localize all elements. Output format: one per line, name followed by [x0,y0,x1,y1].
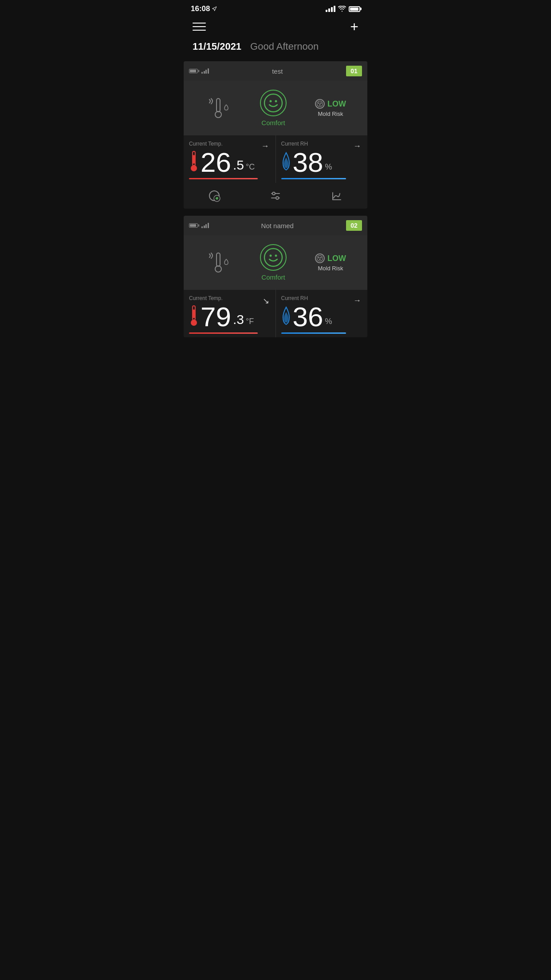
rh-icon [281,150,291,174]
comfort-section: Comfort LOW Mold Risk [184,81,367,135]
rh-icon [281,305,291,328]
readings-section: Current Temp. ↘ 79 .3 °F Current RH [184,290,367,337]
svg-point-18 [272,192,275,195]
temp-arrow: ↘ [263,296,269,306]
svg-point-26 [318,257,319,258]
svg-point-23 [270,255,272,257]
temp-label: Current Temp. [189,141,270,147]
svg-point-27 [320,257,322,258]
status-bar: 16:08 [184,0,367,16]
svg-point-4 [270,100,272,103]
svg-point-22 [264,249,282,266]
comfort-center: Comfort [260,90,287,126]
device-name: test [209,67,346,75]
wifi-icon [338,6,346,12]
temp-unit: °F [246,317,254,326]
svg-rect-1 [216,99,220,112]
svg-point-6 [317,101,323,107]
temp-icon [189,305,199,328]
bottom-icons [184,183,367,209]
status-time: 16:08 [191,4,217,13]
rh-value-row: 38 % [281,149,362,176]
rh-arrow: → [353,296,361,305]
temp-big: 26 [201,149,231,176]
comfort-center: Comfort [260,244,287,281]
rh-panel[interactable]: Current RH → 38 % [276,135,368,183]
device-header-1: test 01 [184,61,367,81]
svg-point-12 [191,165,197,171]
rh-label: Current RH [281,295,362,301]
location-icon [212,6,217,12]
rh-label: Current RH [281,141,362,147]
mini-signal-icon [201,223,209,228]
mold-icon [315,99,325,109]
comfort-section: Comfort LOW Mold Risk [184,235,367,290]
temp-label: Current Temp. [189,295,270,301]
svg-rect-11 [193,155,195,164]
device-header-2: Not named 02 [184,216,367,235]
temp-value-row: 79 .3 °F [189,303,270,331]
cards-container: test 01 [184,61,367,337]
svg-point-2 [215,111,221,118]
svg-rect-30 [193,309,195,318]
top-nav: + [184,16,367,41]
mold-risk-level: LOW [327,99,346,109]
device-status-icons [189,223,209,228]
temp-arrow: → [261,142,269,151]
device-card-1: test 01 [184,61,367,209]
signal-icon [326,6,335,12]
menu-button[interactable] [193,23,206,31]
header-date: 11/15/2021 [193,41,241,52]
rh-bar [281,178,346,179]
device-card-2: Not named 02 [184,216,367,337]
status-icons [326,6,360,12]
rh-unit: % [325,162,332,172]
rh-unit: % [325,317,332,326]
rh-panel[interactable]: Current RH → 36 % [276,290,368,337]
chart-button[interactable] [328,189,346,202]
header-row: 11/15/2021 Good Afternoon [184,41,367,61]
temp-bar [189,332,258,334]
thermo-humidity-icon [205,95,232,122]
device-status-icons [189,68,209,74]
alert-button[interactable] [205,189,223,202]
device-name: Not named [209,222,346,229]
temp-value-row: 26 .5 °C [189,149,270,176]
svg-point-24 [275,255,277,257]
mini-battery-icon [189,223,198,228]
mold-risk: LOW Mold Risk [315,253,346,272]
svg-rect-20 [216,253,220,266]
add-button[interactable]: + [350,20,358,34]
header-greeting: Good Afternoon [250,41,319,52]
temp-panel[interactable]: Current Temp. ↘ 79 .3 °F [184,290,276,337]
mold-risk-label: Mold Risk [318,111,343,117]
time-display: 16:08 [191,4,210,13]
temp-icon [189,150,199,174]
settings-button[interactable] [267,189,284,202]
temp-unit: °C [246,162,255,172]
readings-section: Current Temp. → 26 .5 °C Current RH [184,135,367,183]
mini-battery-icon [189,69,198,73]
comfort-label: Comfort [261,273,285,281]
temp-decimal: .3 [233,312,244,327]
temp-panel[interactable]: Current Temp. → 26 .5 °C [184,135,276,183]
rh-bar [281,332,346,334]
svg-point-8 [320,103,322,104]
svg-point-25 [317,256,323,261]
battery-icon [349,6,360,12]
temp-big: 79 [201,303,231,331]
device-number: 02 [346,220,362,231]
mold-risk-label: Mold Risk [318,265,343,272]
mold-risk-level: LOW [327,254,346,263]
rh-arrow: → [353,142,361,151]
temp-bar [189,178,258,179]
svg-point-5 [275,100,277,103]
mold-risk: LOW Mold Risk [315,99,346,117]
device-number: 01 [346,66,362,76]
rh-big: 36 [293,303,323,331]
mold-icon [315,253,325,263]
thermo-humidity-icon [205,249,232,276]
rh-big: 38 [293,149,323,176]
smiley-icon [260,244,287,271]
svg-point-28 [319,259,320,260]
